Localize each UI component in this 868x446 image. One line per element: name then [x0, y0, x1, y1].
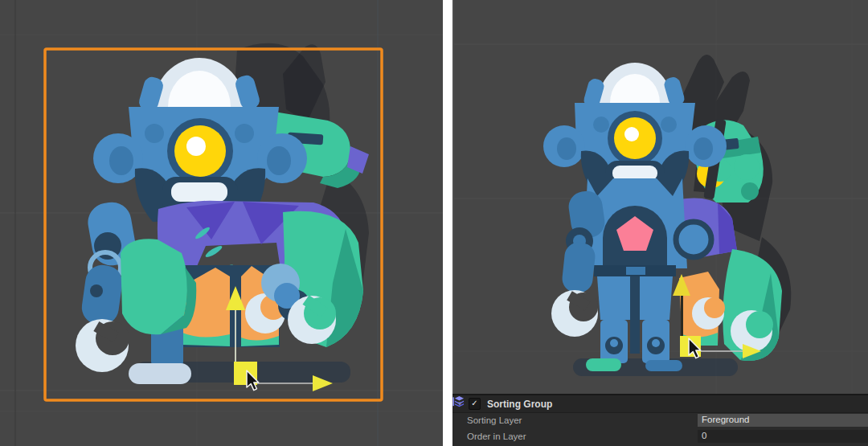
editor-window: ▼ ✓ Sorting Group Sorting Layer Foregrou…: [0, 0, 868, 446]
order-in-layer-field[interactable]: 0: [698, 430, 868, 443]
sorting-layer-label: Sorting Layer: [467, 415, 522, 425]
order-in-layer-row: Order in Layer 0: [452, 429, 868, 445]
scene-view-right[interactable]: ▼ ✓ Sorting Group Sorting Layer Foregrou…: [452, 0, 868, 446]
panel-divider: [443, 0, 452, 446]
sorting-layer-row: Sorting Layer Foreground: [452, 413, 868, 429]
component-header[interactable]: ▼ ✓ Sorting Group: [452, 395, 868, 413]
inspector-panel: ▼ ✓ Sorting Group Sorting Layer Foregrou…: [452, 394, 868, 446]
order-in-layer-label: Order in Layer: [467, 432, 526, 441]
component-enabled-checkbox[interactable]: ✓: [469, 398, 481, 410]
sorting-layer-dropdown[interactable]: Foreground: [698, 414, 868, 427]
robot-sprite[interactable]: [543, 55, 791, 376]
sorting-group-icon: [452, 395, 465, 407]
component-title: Sorting Group: [487, 399, 552, 410]
robot-sprite[interactable]: [76, 43, 369, 384]
scene-view-left[interactable]: [0, 0, 443, 446]
